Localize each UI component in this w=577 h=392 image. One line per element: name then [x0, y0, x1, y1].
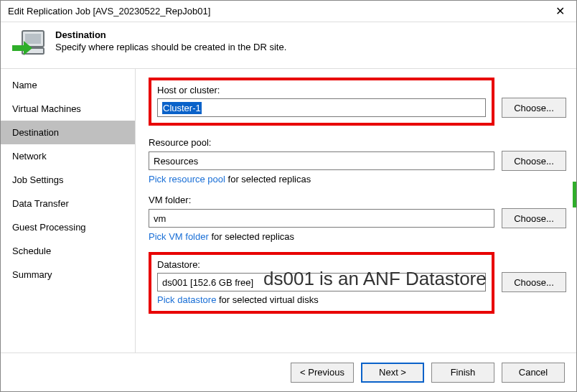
- sidebar-item-destination[interactable]: Destination: [1, 121, 135, 144]
- sidebar-item-job-settings[interactable]: Job Settings: [1, 168, 135, 192]
- sidebar-item-schedule[interactable]: Schedule: [1, 239, 135, 263]
- svg-rect-1: [25, 34, 41, 44]
- datastore-hint-rest: for selected virtual disks: [216, 294, 318, 305]
- host-input[interactable]: Cluster-1: [157, 98, 486, 117]
- next-button[interactable]: Next >: [361, 363, 424, 383]
- choose-pool-button[interactable]: Choose...: [502, 151, 566, 171]
- sidebar-item-virtual-machines[interactable]: Virtual Machines: [1, 97, 135, 121]
- previous-button[interactable]: < Previous: [291, 363, 354, 383]
- pool-input[interactable]: [149, 151, 494, 170]
- choose-folder-button[interactable]: Choose...: [502, 208, 566, 228]
- pool-hint-rest: for selected replicas: [225, 174, 311, 185]
- folder-input[interactable]: [149, 209, 494, 228]
- wizard-footer: < Previous Next > Finish Cancel: [1, 353, 576, 391]
- cancel-button[interactable]: Cancel: [502, 363, 565, 383]
- choose-host-button[interactable]: Choose...: [502, 98, 566, 118]
- wizard-sidebar: Name Virtual Machines Destination Networ…: [1, 69, 136, 353]
- pick-vm-folder-link[interactable]: Pick VM folder: [149, 231, 209, 242]
- wizard-main: Host or cluster: Cluster-1 Choose... Res…: [136, 69, 576, 353]
- close-icon[interactable]: ✕: [551, 4, 569, 18]
- destination-icon: [12, 29, 47, 58]
- page-subtitle: Specify where replicas should be created…: [55, 42, 286, 52]
- datastore-label: Datastore:: [157, 259, 486, 270]
- folder-label: VM folder:: [149, 195, 566, 205]
- window-title: Edit Replication Job [AVS_20230522_RepJo…: [8, 6, 551, 17]
- pick-resource-pool-link[interactable]: Pick resource pool: [149, 174, 225, 185]
- pool-label: Resource pool:: [149, 137, 566, 148]
- folder-hint-rest: for selected replicas: [209, 231, 294, 242]
- pick-datastore-link[interactable]: Pick datastore: [157, 294, 216, 305]
- choose-datastore-button[interactable]: Choose...: [502, 272, 566, 292]
- titlebar: Edit Replication Job [AVS_20230522_RepJo…: [1, 1, 576, 22]
- host-value: Cluster-1: [162, 102, 202, 114]
- finish-button[interactable]: Finish: [431, 363, 494, 383]
- host-label: Host or cluster:: [157, 85, 486, 95]
- sidebar-item-data-transfer[interactable]: Data Transfer: [1, 192, 135, 215]
- wizard-header: Destination Specify where replicas shoul…: [1, 22, 576, 69]
- sidebar-item-guest-processing[interactable]: Guest Processing: [1, 215, 135, 239]
- sidebar-item-network[interactable]: Network: [1, 144, 135, 168]
- sidebar-item-name[interactable]: Name: [1, 73, 135, 97]
- page-title: Destination: [55, 29, 286, 40]
- sidebar-item-summary[interactable]: Summary: [1, 263, 135, 286]
- datastore-input[interactable]: [157, 273, 486, 291]
